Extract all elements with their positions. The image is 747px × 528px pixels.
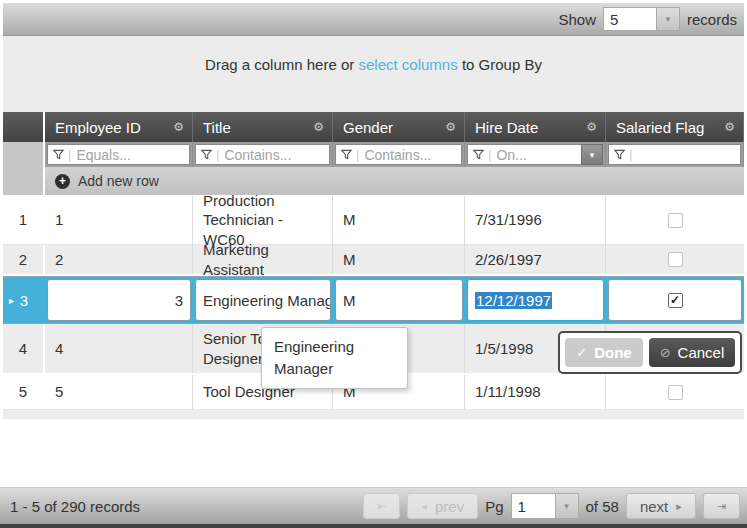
salaried-checkbox[interactable]: ✓ — [668, 385, 683, 400]
filter-input-hire-date[interactable]: | On... — [467, 144, 581, 165]
cell-salaried-flag[interactable]: ✓ — [606, 245, 744, 274]
filter-dropdown-button[interactable]: ▾ — [581, 144, 603, 165]
cell-hire-date[interactable]: 7/31/1996 — [465, 196, 606, 244]
prev-arrow-icon: ◂ — [421, 500, 427, 513]
edit-cell-employee-id: 3 — [45, 277, 193, 323]
grid-body-end-strip — [3, 410, 744, 419]
group-by-text: Drag a column here or — [205, 56, 354, 73]
cell-employee-id[interactable]: 1 — [45, 196, 193, 244]
cell-salaried-flag[interactable]: ✓ — [606, 375, 744, 409]
next-label: next — [640, 498, 668, 515]
cell-title[interactable]: Marketing Assistant — [193, 245, 333, 274]
cell-hire-date[interactable]: 2/26/1997 — [465, 245, 606, 274]
edit-actions-popup: ✓ Done ⊘ Cancel — [558, 331, 742, 374]
cell-title[interactable]: Production Technician - WC60 — [193, 196, 333, 244]
chevron-down-icon: ▾ — [564, 501, 569, 511]
column-header-gender[interactable]: Gender ⚙ — [333, 112, 465, 142]
records-label: records — [687, 11, 737, 28]
gear-icon[interactable]: ⚙ — [445, 120, 456, 134]
page-number-combo: ▾ — [511, 493, 579, 519]
page-number-dropdown-button[interactable]: ▾ — [555, 493, 579, 519]
done-button[interactable]: ✓ Done — [565, 338, 643, 367]
cell-employee-id[interactable]: 4 — [45, 324, 193, 373]
column-header-salaried-flag[interactable]: Salaried Flag ⚙ — [606, 112, 744, 142]
cell-employee-id[interactable]: 2 — [45, 245, 193, 274]
data-grid-widget: Show ▾ records Drag a column here or sel… — [0, 0, 747, 528]
plus-circle-icon: + — [55, 174, 70, 189]
hire-date-edit-input[interactable]: 12/12/1997 — [467, 279, 604, 321]
cancel-button-label: Cancel — [678, 344, 725, 361]
prev-label: prev — [435, 498, 464, 515]
done-button-label: Done — [594, 344, 632, 361]
filter-cell-hire-date: | On... ▾ — [465, 142, 606, 167]
row-number-cell-active[interactable]: ▸ 3 — [3, 277, 45, 323]
next-arrow-icon: ▸ — [676, 500, 682, 513]
gear-icon[interactable]: ⚙ — [313, 120, 324, 134]
edit-cell-hire-date: 12/12/1997 — [465, 277, 606, 323]
title-edit-input[interactable]: Engineering Manage — [195, 279, 331, 321]
cell-hire-date[interactable]: 1/11/1998 — [465, 375, 606, 409]
group-by-area: Drag a column here or select columns to … — [3, 36, 744, 112]
row-number-cell[interactable]: 2 — [3, 245, 45, 274]
pager-footer: 1 - 5 of 290 records ⇤ ◂ prev Pg ▾ of 58… — [0, 487, 747, 528]
column-header-employee-id[interactable]: Employee ID ⚙ — [45, 112, 193, 142]
filter-cell-employee-id: | Equals... — [45, 142, 193, 167]
first-page-icon: ⇤ — [377, 500, 386, 513]
gear-icon[interactable]: ⚙ — [724, 120, 735, 134]
salaried-checkbox[interactable]: ✓ — [668, 213, 683, 228]
page-size-combo: ▾ — [603, 7, 680, 31]
cell-salaried-flag[interactable]: ✓ — [606, 196, 744, 244]
salaried-checkbox[interactable]: ✓ — [668, 252, 683, 267]
row-number-header — [3, 112, 45, 142]
filter-funnel-icon[interactable] — [201, 149, 212, 160]
filter-funnel-icon[interactable] — [614, 149, 625, 160]
cell-gender[interactable]: M — [333, 196, 465, 244]
filter-placeholder: Equals... — [76, 147, 130, 163]
column-header-hire-date[interactable]: Hire Date ⚙ — [465, 112, 606, 142]
gear-icon[interactable]: ⚙ — [586, 120, 597, 134]
checkmark-icon: ✓ — [576, 345, 587, 360]
gender-edit-input[interactable]: M — [335, 279, 463, 321]
filter-input-title[interactable]: | Contains... — [195, 144, 330, 165]
records-summary: 1 - 5 of 290 records — [7, 498, 363, 515]
cell-gender[interactable]: M — [333, 245, 465, 274]
cancel-button[interactable]: ⊘ Cancel — [649, 338, 735, 367]
first-page-button[interactable]: ⇤ — [363, 493, 400, 519]
chevron-down-icon: ▾ — [666, 14, 671, 24]
page-count-label: of 58 — [586, 498, 619, 515]
page-label: Pg — [485, 498, 503, 515]
page-size-dropdown-button[interactable]: ▾ — [656, 7, 680, 31]
last-page-button[interactable]: ⇥ — [703, 493, 740, 519]
add-new-row-label: Add new row — [78, 173, 159, 189]
page-number-input[interactable] — [511, 493, 555, 519]
filter-separator: | — [356, 147, 359, 162]
column-label: Salaried Flag — [616, 119, 704, 136]
row-number-cell[interactable]: 1 — [3, 196, 45, 244]
cell-employee-id[interactable]: 5 — [45, 375, 193, 409]
column-header-title[interactable]: Title ⚙ — [193, 112, 333, 142]
page-size-input[interactable] — [603, 7, 656, 31]
filter-cell-salaried-flag: | — [606, 142, 744, 167]
employee-id-edit-input[interactable]: 3 — [47, 279, 191, 321]
select-columns-link[interactable]: select columns — [358, 56, 457, 73]
filter-cell-gender: | Contains... — [333, 142, 465, 167]
filter-funnel-icon[interactable] — [473, 149, 484, 160]
filter-placeholder: Contains... — [364, 147, 431, 163]
gear-icon[interactable]: ⚙ — [173, 120, 184, 134]
row-number-cell[interactable]: 5 — [3, 375, 45, 409]
chevron-down-icon: ▾ — [590, 150, 595, 160]
filter-funnel-icon[interactable] — [341, 149, 352, 160]
filter-funnel-icon[interactable] — [53, 149, 64, 160]
next-page-button[interactable]: next ▸ — [626, 493, 696, 519]
salaried-edit-box[interactable]: ✓ — [608, 279, 742, 321]
column-label: Hire Date — [475, 119, 538, 136]
prev-page-button[interactable]: ◂ prev — [407, 493, 478, 519]
filter-input-gender[interactable]: | Contains... — [335, 144, 462, 165]
show-label: Show — [558, 11, 596, 28]
add-new-row-button[interactable]: + Add new row — [45, 167, 744, 195]
filter-input-salaried-flag[interactable]: | — [608, 144, 741, 165]
filter-input-employee-id[interactable]: | Equals... — [47, 144, 190, 165]
checkmark-icon: ✓ — [670, 294, 680, 306]
row-number-cell[interactable]: 4 — [3, 324, 45, 373]
salaried-checkbox[interactable]: ✓ — [668, 293, 683, 308]
